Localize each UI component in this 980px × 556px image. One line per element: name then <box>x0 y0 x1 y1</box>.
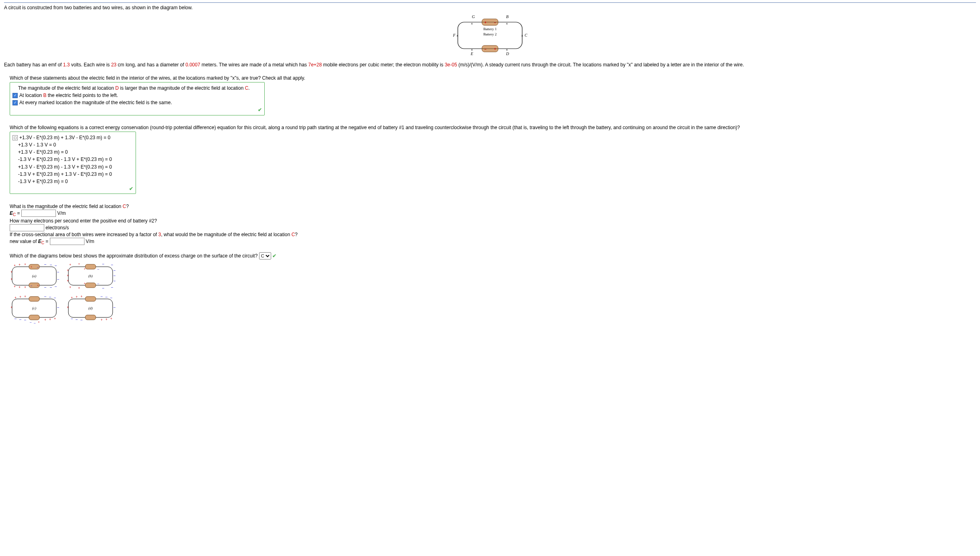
diagram-select[interactable]: C <box>259 252 271 259</box>
svg-text:–: – <box>34 321 36 325</box>
svg-text:x: x <box>457 34 458 37</box>
q1-opt1[interactable]: The magnitude of the electric field at l… <box>18 85 262 91</box>
q2-prompt: Which of the following equations is a co… <box>10 124 976 131</box>
svg-text:+: + <box>24 264 26 266</box>
svg-text:–: – <box>55 284 57 288</box>
svg-text:+: + <box>67 305 69 309</box>
check-icon: ✔ <box>258 107 262 113</box>
params-text: Each battery has an emf of 1.3 volts. Ea… <box>4 62 976 68</box>
q2-opt4[interactable]: +1.3 V - E*(0.23 m) - 1.3 V + E*(0.23 m)… <box>18 164 133 170</box>
svg-text:–: – <box>80 318 82 322</box>
q1-opt3[interactable]: ✓At every marked location the magnitude … <box>12 99 262 106</box>
svg-text:–: – <box>31 284 32 287</box>
q3-area-prompt: If the cross-sectional area of both wire… <box>10 231 976 238</box>
svg-text:–: – <box>102 286 104 290</box>
q3-electrons-row: electrons/s <box>10 224 976 231</box>
svg-text:–: – <box>76 317 78 321</box>
q2-opt6[interactable]: -1.3 V + E*(0.23 m) = 0 <box>18 178 133 185</box>
svg-text:+: + <box>67 268 69 272</box>
svg-text:–: – <box>14 317 16 321</box>
svg-text:x: x <box>471 48 473 51</box>
q2-opt1[interactable]: +1.3 V - 1.3 V = 0 <box>18 142 133 148</box>
svg-text:+: + <box>10 277 12 281</box>
svg-text:–: – <box>57 277 59 281</box>
svg-text:–: – <box>97 282 99 285</box>
q1-opt2[interactable]: ✓At location B the electric field points… <box>12 92 262 99</box>
svg-text:Battery 1: Battery 1 <box>483 27 496 31</box>
q2-opt5[interactable]: -1.3 V + E*(0.23 m) + 1.3 V - E*(0.23 m)… <box>18 171 133 177</box>
svg-text:+: + <box>76 295 78 299</box>
q2-opt2[interactable]: +1.3 V - E*(0.23 m) = 0 <box>18 149 133 155</box>
svg-text:–: – <box>113 268 115 272</box>
q1-answer-box: The magnitude of the electric field at l… <box>10 82 265 115</box>
q3-electrons-prompt: How many electrons per second enter the … <box>10 218 976 224</box>
checkbox-checked-icon[interactable]: ✓ <box>12 100 18 105</box>
svg-text:+: + <box>80 294 82 299</box>
svg-text:–: – <box>101 294 103 299</box>
svg-text:+: + <box>19 264 21 267</box>
svg-text:(b): (b) <box>89 274 93 278</box>
svg-text:–: – <box>30 320 32 324</box>
svg-text:x: x <box>506 22 508 25</box>
svg-text:+: + <box>54 317 56 321</box>
svg-text:–: – <box>71 317 73 321</box>
svg-text:+: + <box>105 317 107 321</box>
svg-text:+: + <box>14 296 16 300</box>
q3-newEc-row: new value of EC = V/m <box>10 238 976 246</box>
svg-text:–: – <box>19 317 21 321</box>
svg-text:–: – <box>44 294 46 299</box>
svg-text:+: + <box>19 285 21 289</box>
svg-text:C: C <box>525 33 527 37</box>
svg-text:–: – <box>44 285 46 289</box>
svg-text:+: + <box>110 317 112 321</box>
charge-diagrams: (a) +++ ––– ++ –– +++ ––– +– –+ (b) ++ –… <box>10 264 976 328</box>
svg-text:+: + <box>38 320 40 324</box>
svg-text:–: – <box>113 274 115 278</box>
svg-text:+: + <box>49 317 51 321</box>
svg-text:+: + <box>67 274 69 278</box>
svg-text:G: G <box>472 14 475 19</box>
svg-text:(a): (a) <box>32 274 37 278</box>
checkbox-checked-icon[interactable]: ✓ <box>12 93 18 98</box>
checkbox-icon[interactable]: ◻ <box>12 135 18 140</box>
svg-text:–: – <box>110 296 112 300</box>
svg-text:+: + <box>84 282 86 285</box>
check-icon: ✔ <box>129 186 133 192</box>
svg-text:–: – <box>113 279 115 283</box>
q1-prompt: Which of these statements about the elec… <box>10 75 976 81</box>
svg-text:Battery 2: Battery 2 <box>483 32 496 36</box>
electrons-input[interactable] <box>10 224 44 231</box>
svg-text:x: x <box>471 22 473 25</box>
svg-text:–: – <box>97 267 99 271</box>
Ec-input[interactable] <box>21 210 56 217</box>
svg-text:+: + <box>44 318 46 322</box>
svg-text:+: + <box>69 264 71 267</box>
q3-Ec-prompt: What is the magnitude of the electric fi… <box>10 203 976 210</box>
new-Ec-input[interactable] <box>50 238 84 245</box>
svg-text:+: + <box>84 267 86 271</box>
svg-text:–: – <box>57 270 59 274</box>
q2-opt0[interactable]: ◻+1.3V - E*(0.23 m) + 1.3V - E*(0.23 m) … <box>12 134 133 141</box>
svg-text:+: + <box>78 286 80 290</box>
svg-text:E: E <box>470 51 473 56</box>
svg-text:D: D <box>506 51 509 56</box>
svg-text:(c): (c) <box>32 306 36 310</box>
svg-text:–: – <box>105 295 107 299</box>
svg-text:–: – <box>37 266 39 268</box>
svg-text:–: – <box>494 21 496 25</box>
svg-text:–: – <box>111 264 113 267</box>
svg-text:–: – <box>54 296 56 300</box>
svg-text:+: + <box>101 318 103 322</box>
svg-text:B: B <box>506 14 509 19</box>
svg-text:+: + <box>19 295 21 299</box>
circuit-diagram: + – Battery 1 Battery 2 – + G x B x F x … <box>4 13 976 58</box>
svg-text:+: + <box>10 305 12 309</box>
svg-text:–: – <box>24 318 26 322</box>
svg-text:–: – <box>484 47 486 51</box>
q2-opt3[interactable]: -1.3 V + E*(0.23 m) - 1.3 V + E*(0.23 m)… <box>18 156 133 163</box>
svg-text:+: + <box>37 284 39 287</box>
svg-text:+: + <box>67 279 69 283</box>
svg-text:+: + <box>494 47 496 51</box>
svg-text:x: x <box>506 48 508 51</box>
svg-text:+: + <box>24 285 26 289</box>
